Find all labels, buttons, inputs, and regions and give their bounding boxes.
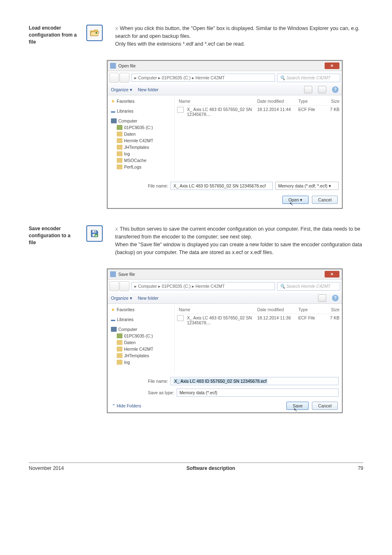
file-name-input[interactable]: X_ Axis LC 483 ID 557650_02 SN 12345678.…: [171, 377, 339, 385]
dialog-title: Open file: [118, 63, 325, 68]
footer-title: Software description: [187, 465, 235, 471]
footer-date: November 2014: [29, 465, 64, 471]
load-config-text: xWhen you click this button, the "Open f…: [115, 25, 363, 48]
dialog-icon: [110, 63, 116, 69]
svg-rect-0: [92, 230, 96, 233]
file-list-header: Name Date modified Type Size: [177, 306, 339, 314]
save-type-select[interactable]: Memory data (*.ecf): [177, 388, 339, 397]
open-file-dialog: Open file ✕ ▸ Computer ▸ 01PC9035 (C:) ▸…: [107, 60, 343, 209]
footer-page: 79: [358, 465, 363, 471]
back-button[interactable]: [109, 73, 119, 83]
save-file-dialog: Save file ✕ ▸ Computer ▸ 01PC9035 (C:) ▸…: [107, 268, 343, 413]
save-config-label: Save encoder configuration to a file: [29, 225, 78, 256]
open-file-icon: [86, 25, 103, 41]
hide-folders-button[interactable]: ⌃ Hide Folders: [112, 403, 141, 408]
back-button[interactable]: [109, 281, 119, 291]
file-name-input[interactable]: X_ Axis LC 483 ID 557650_02 SN 12345678.…: [171, 182, 273, 190]
view-button[interactable]: [304, 86, 312, 93]
open-button[interactable]: Open ▾↖: [282, 196, 309, 204]
close-button[interactable]: ✕: [325, 62, 339, 69]
organize-dropdown[interactable]: Organize ▾: [111, 87, 132, 92]
forward-button[interactable]: [120, 281, 129, 291]
file-icon: [177, 107, 184, 113]
save-file-icon: [86, 225, 103, 242]
preview-button[interactable]: [318, 86, 326, 93]
page-footer: November 2014 Software description 79: [29, 462, 363, 471]
nav-pane: ★Favorites ▬Libraries Computer 01PC9035 …: [108, 95, 175, 178]
save-button[interactable]: Save↖: [286, 402, 309, 410]
view-button[interactable]: [318, 294, 326, 302]
help-button[interactable]: ?: [332, 295, 339, 301]
new-folder-button[interactable]: New folder: [138, 87, 159, 92]
search-input[interactable]: 🔍 Search Hermle C42MT: [277, 282, 340, 291]
new-folder-button[interactable]: New folder: [138, 296, 159, 301]
nav-pane: ★Favorites ▬Libraries Computer 01PC9035 …: [108, 304, 175, 374]
search-input[interactable]: 🔍 Search Hermle C42MT: [277, 74, 340, 82]
organize-dropdown[interactable]: Organize ▾: [111, 296, 132, 301]
svg-rect-1: [95, 231, 95, 232]
file-name-label: File name:: [148, 379, 168, 384]
dialog-title: Save file: [118, 272, 325, 277]
cancel-button[interactable]: Cancel: [312, 402, 338, 410]
file-type-select[interactable]: Memory data (*.edf; *.ecf) ▾: [275, 182, 339, 190]
help-button[interactable]: ?: [332, 86, 339, 93]
forward-button[interactable]: [120, 73, 129, 83]
file-icon: [177, 315, 184, 321]
cancel-button[interactable]: Cancel: [312, 196, 338, 204]
path-input[interactable]: ▸ Computer ▸ 01PC9035 (C:) ▸ Hermle C42M…: [131, 282, 275, 290]
file-name-label: File name:: [148, 183, 168, 188]
close-button[interactable]: ✕: [325, 271, 339, 278]
file-row[interactable]: X_ Axis LC 483 ID 557650_02 SN 12345678.…: [177, 106, 339, 118]
path-input[interactable]: ▸ Computer ▸ 01PC9035 (C:) ▸ Hermle C42M…: [131, 74, 275, 82]
file-row[interactable]: X_ Axis LC 483 ID 557650_02 SN 12345678.…: [177, 314, 339, 326]
save-config-text: xThis button serves to save the current …: [115, 225, 363, 256]
file-list-header: Name Date modified Type Size: [177, 98, 339, 106]
save-type-label: Save as type:: [148, 390, 174, 395]
dialog-icon: [110, 271, 116, 277]
load-config-label: Load encoder configuration from a file: [29, 25, 78, 48]
